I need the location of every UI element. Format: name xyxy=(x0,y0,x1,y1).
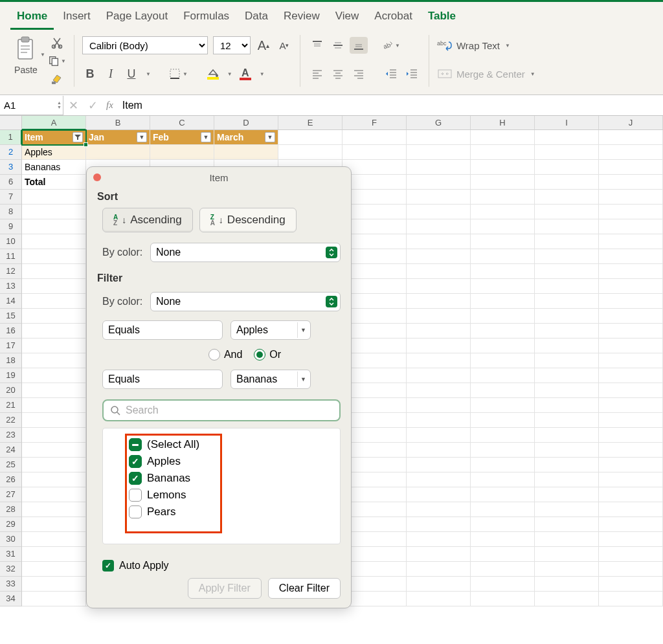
cell[interactable] xyxy=(407,562,471,577)
orientation-button[interactable]: ab▼ xyxy=(382,38,400,53)
cell[interactable] xyxy=(407,339,471,353)
checkbox[interactable] xyxy=(129,505,142,518)
filter-checkbox-item[interactable]: Bananas xyxy=(129,470,333,487)
filter-active-icon[interactable] xyxy=(73,132,83,142)
row-header[interactable]: 11 xyxy=(0,249,22,264)
formula-input[interactable] xyxy=(120,100,663,111)
cell[interactable] xyxy=(22,368,86,383)
col-header-b[interactable]: B xyxy=(86,116,150,130)
cell[interactable] xyxy=(407,353,471,368)
clear-filter-button[interactable]: Clear Filter xyxy=(268,578,341,599)
cell[interactable] xyxy=(407,130,471,145)
row-header[interactable]: 2 xyxy=(0,145,22,160)
cell[interactable] xyxy=(471,592,535,606)
col-header-i[interactable]: I xyxy=(535,116,599,130)
cell[interactable] xyxy=(343,577,407,592)
cell[interactable] xyxy=(343,190,407,205)
cut-button[interactable] xyxy=(48,35,66,50)
cell[interactable] xyxy=(407,279,471,294)
tab-home[interactable]: Home xyxy=(10,6,54,30)
cell[interactable] xyxy=(471,517,535,532)
fill-color-button[interactable] xyxy=(205,68,221,80)
checkbox[interactable] xyxy=(129,489,142,502)
font-size-select[interactable]: 12 xyxy=(213,36,251,54)
cell[interactable] xyxy=(471,145,535,160)
cell[interactable] xyxy=(599,205,663,219)
cell[interactable] xyxy=(599,190,663,205)
cell[interactable] xyxy=(407,577,471,592)
cell[interactable] xyxy=(407,234,471,249)
filter-checkbox-item[interactable]: Lemons xyxy=(129,487,333,504)
col-header-j[interactable]: J xyxy=(599,116,663,130)
table-header-cell[interactable]: March▼ xyxy=(214,130,278,145)
row-header[interactable]: 7 xyxy=(0,190,22,205)
col-header-g[interactable]: G xyxy=(407,116,471,130)
cell[interactable] xyxy=(22,472,86,487)
cell[interactable] xyxy=(22,487,86,502)
row-header[interactable]: 20 xyxy=(0,383,22,398)
cell[interactable] xyxy=(471,353,535,368)
cell[interactable] xyxy=(343,175,407,190)
cell[interactable] xyxy=(599,398,663,413)
cell[interactable] xyxy=(343,458,407,472)
row-header[interactable]: 34 xyxy=(0,592,22,606)
cell[interactable] xyxy=(22,532,86,547)
cell[interactable] xyxy=(535,249,599,264)
cell[interactable] xyxy=(535,547,599,562)
cell[interactable] xyxy=(599,368,663,383)
cell[interactable] xyxy=(599,413,663,428)
row-header[interactable]: 6 xyxy=(0,175,22,190)
tab-acrobat[interactable]: Acrobat xyxy=(368,6,419,30)
filter-dropdown-icon[interactable]: ▼ xyxy=(137,132,147,142)
cell[interactable] xyxy=(599,443,663,458)
chevron-down-icon[interactable]: ▼ xyxy=(260,71,265,77)
font-color-button[interactable]: A xyxy=(238,67,253,80)
cell[interactable] xyxy=(599,294,663,309)
cell[interactable] xyxy=(599,353,663,368)
tab-page-layout[interactable]: Page Layout xyxy=(100,6,174,30)
cell[interactable] xyxy=(599,145,663,160)
cell[interactable] xyxy=(535,190,599,205)
condition1-operator-select[interactable]: Equals xyxy=(102,320,223,340)
cell[interactable]: Apples xyxy=(22,145,86,160)
align-bottom-button[interactable] xyxy=(350,37,368,54)
cell[interactable] xyxy=(535,175,599,190)
row-header[interactable]: 31 xyxy=(0,547,22,562)
tab-data[interactable]: Data xyxy=(238,6,275,30)
cell[interactable] xyxy=(471,309,535,324)
decrease-indent-button[interactable] xyxy=(382,65,400,82)
cell[interactable] xyxy=(407,294,471,309)
cell[interactable] xyxy=(535,205,599,219)
cell[interactable] xyxy=(343,205,407,219)
cell[interactable] xyxy=(343,145,407,160)
cell[interactable] xyxy=(471,130,535,145)
cell[interactable] xyxy=(214,145,278,160)
row-header[interactable]: 12 xyxy=(0,264,22,279)
col-header-h[interactable]: H xyxy=(471,116,535,130)
tab-insert[interactable]: Insert xyxy=(56,6,97,30)
cell[interactable] xyxy=(471,443,535,458)
cell[interactable] xyxy=(535,309,599,324)
italic-button[interactable]: I xyxy=(103,65,118,83)
row-header[interactable]: 32 xyxy=(0,562,22,577)
align-left-button[interactable] xyxy=(308,65,326,82)
cell[interactable] xyxy=(535,592,599,606)
cell[interactable] xyxy=(343,562,407,577)
cell[interactable] xyxy=(471,532,535,547)
cell[interactable] xyxy=(535,219,599,234)
cell[interactable] xyxy=(471,383,535,398)
increase-font-button[interactable]: A▴ xyxy=(256,36,271,54)
cell[interactable] xyxy=(535,428,599,443)
filter-checkbox-item[interactable]: Apples xyxy=(129,453,333,470)
cell[interactable] xyxy=(471,472,535,487)
close-icon[interactable] xyxy=(93,173,101,181)
cell[interactable] xyxy=(535,532,599,547)
row-header[interactable]: 33 xyxy=(0,577,22,592)
cell[interactable] xyxy=(471,160,535,175)
row-header[interactable]: 14 xyxy=(0,294,22,309)
cell[interactable] xyxy=(535,294,599,309)
cell[interactable] xyxy=(343,219,407,234)
row-header[interactable]: 10 xyxy=(0,234,22,249)
cell[interactable] xyxy=(22,547,86,562)
cell[interactable] xyxy=(407,547,471,562)
